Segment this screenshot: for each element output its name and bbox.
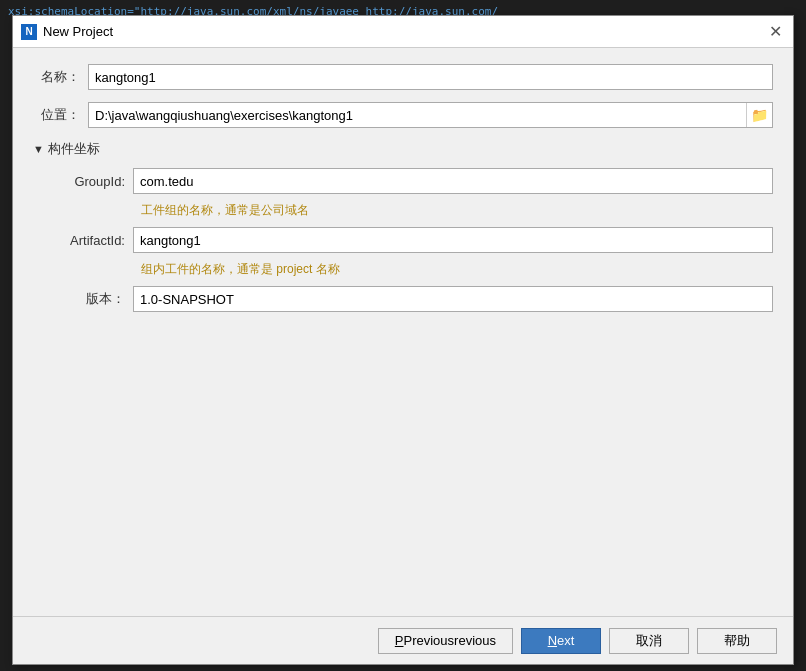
artifactid-input[interactable]: [133, 227, 773, 253]
close-button[interactable]: ✕: [765, 22, 785, 42]
dialog-footer: PPrevious revious Next 取消 帮助: [13, 616, 793, 664]
artifactid-label: ArtifactId:: [53, 233, 133, 248]
previous-button[interactable]: PPrevious revious: [378, 628, 513, 654]
location-row: 位置： 📁: [33, 102, 773, 128]
groupid-hint: 工件组的名称，通常是公司域名: [141, 202, 773, 219]
artifactid-row: ArtifactId:: [53, 227, 773, 253]
groupid-row: GroupId:: [53, 168, 773, 194]
new-project-dialog: N New Project ✕ 名称： 位置： 📁 ▼ 构件坐标: [12, 15, 794, 665]
dialog-title: New Project: [43, 24, 765, 39]
groupid-input[interactable]: [133, 168, 773, 194]
section-collapse-arrow[interactable]: ▼: [33, 143, 44, 155]
version-input[interactable]: [133, 286, 773, 312]
coordinates-section-header[interactable]: ▼ 构件坐标: [33, 140, 773, 158]
coordinates-form: GroupId: 工件组的名称，通常是公司域名 ArtifactId: 组内工件…: [33, 168, 773, 312]
name-input[interactable]: [88, 64, 773, 90]
location-wrapper: 📁: [88, 102, 773, 128]
dialog-body: 名称： 位置： 📁 ▼ 构件坐标 GroupId: 工件组的: [13, 48, 793, 616]
folder-browse-button[interactable]: 📁: [746, 103, 772, 127]
location-input[interactable]: [89, 103, 746, 127]
section-title: 构件坐标: [48, 140, 100, 158]
version-row: 版本：: [53, 286, 773, 312]
help-button[interactable]: 帮助: [697, 628, 777, 654]
previous-underline-p: PPrevious: [395, 633, 454, 648]
next-button[interactable]: Next: [521, 628, 601, 654]
cancel-label: 取消: [636, 632, 662, 650]
folder-icon: 📁: [751, 107, 768, 123]
dialog-icon: N: [21, 24, 37, 40]
artifactid-hint: 组内工件的名称，通常是 project 名称: [141, 261, 773, 278]
name-label: 名称：: [33, 68, 88, 86]
help-label: 帮助: [724, 632, 750, 650]
groupid-label: GroupId:: [53, 174, 133, 189]
title-bar: N New Project ✕: [13, 16, 793, 48]
name-row: 名称：: [33, 64, 773, 90]
location-label: 位置：: [33, 106, 88, 124]
cancel-button[interactable]: 取消: [609, 628, 689, 654]
version-label: 版本：: [53, 290, 133, 308]
